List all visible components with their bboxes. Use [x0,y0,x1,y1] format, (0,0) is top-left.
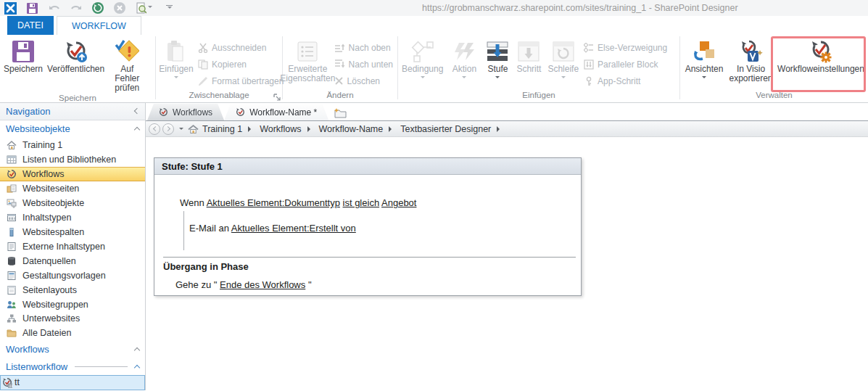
ribbon-group-verwalten: Ansichten In Visio exportieren Workflowe… [680,35,868,102]
workflow-icon [7,169,17,179]
move-down-icon [334,59,345,69]
breadcrumb-item[interactable]: Workflow-Name [319,124,384,134]
list-library-icon [7,155,17,165]
customize-qat-icon[interactable] [163,2,175,15]
stage-button[interactable]: Stufe [483,36,512,81]
undo-icon[interactable] [48,2,60,15]
copy-icon [198,59,208,70]
save-button[interactable]: Speichern [1,36,45,74]
redo-icon[interactable] [70,2,82,15]
condition-lookup-link[interactable]: Aktuelles Element:Dokumenttyp [207,197,340,208]
check-errors-button[interactable]: Auf Fehler prüfen [107,36,147,93]
breadcrumb-separator [307,126,313,132]
dialog-launcher-icon[interactable] [273,94,281,101]
loop-button[interactable]: Schleife [545,36,581,81]
sidebar-item-seitenlayouts[interactable]: Seitenlayouts [0,283,145,297]
breadcrumb-separator [389,126,394,132]
doc-tab-workflows[interactable]: Workflows [147,104,224,120]
ribbon-group-aendern: Erweiterte Eigenschaften Nach oben Nach … [283,35,397,102]
sidebar-item-unterwebsites[interactable]: Unterwebsites [0,311,145,326]
site-pages-icon [7,184,17,194]
sidebar-item-training-1[interactable]: Training 1 [0,138,145,152]
condition-caret [421,76,425,81]
breadcrumb-item[interactable]: Training 1 [202,124,242,134]
advanced-properties-button[interactable]: Erweiterte Eigenschaften [284,36,331,83]
stage-header: Stufe: Stufe 1 [154,158,581,175]
step-button[interactable]: Schritt [512,36,545,74]
sidebar-item-websiteobjekte[interactable]: Websiteobjekte [0,196,145,210]
section-listenworkflow[interactable]: Listenworkflow [0,358,145,375]
step-icon [518,38,540,65]
move-down-button[interactable]: Nach unten [331,56,396,73]
site-columns-icon [7,227,17,237]
workflow-settings-button[interactable]: Workfloweinstellungen [775,36,867,74]
sidebar-item-workflows[interactable]: Workflows [0,167,145,182]
else-branch-button[interactable]: Else-Verzweigung [581,39,670,56]
doc-tab-workflow-name[interactable]: Workflow-Name * [224,104,328,120]
format-painter-button[interactable]: Format übertragen [195,73,286,89]
ribbon-group-speichern: Speichern Veröffentlichen Auf Fehler prü… [0,35,155,102]
new-tab-icon[interactable] [333,107,347,118]
master-pages-icon [7,271,17,281]
stop-icon[interactable] [113,2,125,15]
breadcrumb-separator [497,126,503,132]
collapse-pane-icon[interactable] [134,108,140,114]
section-workflows[interactable]: Workflows [0,340,145,358]
stage-body: Wenn Aktuelles Element:Dokumenttyp ist g… [154,175,581,295]
preview-icon[interactable] [135,2,154,15]
forward-button[interactable] [162,123,174,135]
save-icon[interactable] [26,2,38,15]
sidebar-item-datenquellen[interactable]: Datenquellen [0,254,145,268]
sidebar-item-listen-und-bibliotheken[interactable]: Listen und Bibliotheken [0,152,145,167]
app-step-button[interactable]: App-Schritt [581,73,670,89]
condition-value-link[interactable]: Angebot [381,197,416,208]
data-sources-icon [7,256,17,266]
format-painter-icon [198,76,208,86]
tab-datei[interactable]: DATEI [7,16,54,35]
export-visio-button[interactable]: In Visio exportieren [727,36,775,83]
group-label-einfuegen: Einfügen [398,90,679,102]
external-content-types-icon [7,242,17,252]
action-caret [462,76,466,81]
site-assets-icon [7,198,17,208]
tab-workflow[interactable]: WORKFLOW [57,16,141,35]
breadcrumb-home-icon [188,124,199,134]
publish-button[interactable]: Veröffentlichen [45,36,107,74]
section-websiteobjekte[interactable]: Websiteobjekte [0,120,145,138]
move-up-button[interactable]: Nach oben [331,39,396,56]
sidebar-item-gestaltungsvorlagen[interactable]: Gestaltungsvorlagen [0,268,145,283]
loop-icon [553,38,574,65]
delete-button[interactable]: Löschen [331,73,396,89]
sidebar-item-alle-dateien[interactable]: Alle Dateien [0,326,145,340]
breadcrumb-item[interactable]: Workflows [260,124,301,134]
goto-target-link[interactable]: Ende des Workflows [220,279,305,290]
action-lookup-link[interactable]: Aktuelles Element:Erstellt von [231,223,356,234]
paste-button[interactable]: Einfügen [157,36,195,81]
collapse-section-icon [134,127,140,133]
condition-sentence: Wenn Aktuelles Element:Dokumenttyp ist g… [180,197,416,208]
cut-button[interactable]: Ausschneiden [195,39,286,56]
sidebar-item-websiteseiten[interactable]: Websiteseiten [0,181,145,196]
condition-button[interactable]: Bedingung [400,36,445,81]
back-button[interactable] [149,123,160,135]
copy-button[interactable]: Kopieren [195,56,286,73]
navigation-pane: Navigation Websiteobjekte Training 1 Lis… [0,103,146,390]
condition-operator-link[interactable]: ist gleich [343,197,380,208]
breadcrumb-item[interactable]: Textbasierter Designer [400,124,491,134]
preview-caret [148,6,152,10]
group-label-zwischenablage: Zwischenablage [156,90,282,102]
views-button[interactable]: Ansichten [682,36,727,81]
title-bar: https://grobmanschwarz.sharepoint.com/si… [0,0,868,16]
recent-pages-caret[interactable] [179,128,183,132]
sidebar-item-websitespalten[interactable]: Websitespalten [0,225,145,239]
sidebar-item-websitegruppen[interactable]: Websitegruppen [0,297,145,312]
transition-divider [163,257,576,258]
sidebar-item-workflow-tt[interactable]: tt [0,375,145,390]
action-button[interactable]: Aktion [445,36,483,81]
sidebar-item-externe-inhaltstypen[interactable]: Externe Inhaltstypen [0,239,145,254]
window-title: https://grobmanschwarz.sharepoint.com/si… [422,3,738,13]
stage-caret [495,76,500,81]
parallel-block-button[interactable]: Paralleler Block [581,56,670,73]
sidebar-item-inhaltstypen[interactable]: Inhaltstypen [0,210,145,225]
refresh-icon[interactable] [91,2,104,15]
